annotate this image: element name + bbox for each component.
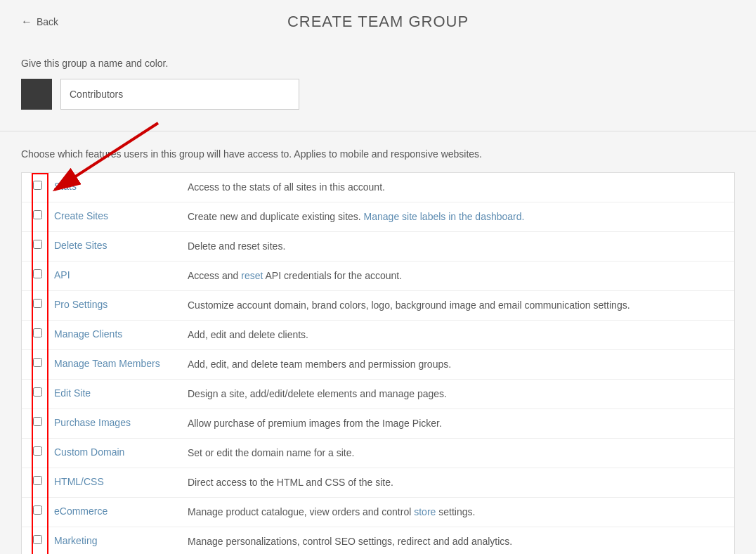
color-swatch[interactable] bbox=[21, 79, 52, 110]
ecommerce-checkbox-cell bbox=[33, 505, 54, 517]
custom-domain-checkbox[interactable] bbox=[33, 446, 42, 456]
manage-team-members-name: Manage Team Members bbox=[54, 357, 188, 369]
features-instruction: Choose which features users in this grou… bbox=[21, 148, 735, 160]
api-desc: Access and reset API credentials for the… bbox=[188, 269, 723, 283]
back-arrow-icon: ← bbox=[21, 15, 32, 28]
marketing-name: Marketing bbox=[54, 534, 188, 546]
purchase-images-checkbox[interactable] bbox=[33, 417, 42, 426]
html-css-checkbox-cell bbox=[33, 475, 54, 487]
pro-settings-checkbox[interactable] bbox=[33, 299, 42, 308]
html-css-name: HTML/CSS bbox=[54, 475, 188, 487]
feature-row: eCommerce Manage product catalogue, view… bbox=[22, 498, 734, 527]
delete-sites-checkbox[interactable] bbox=[33, 240, 42, 249]
purchase-images-checkbox-cell bbox=[33, 416, 54, 428]
feature-row: Custom Domain Set or edit the domain nam… bbox=[22, 439, 734, 468]
back-button[interactable]: ← Back bbox=[21, 15, 58, 28]
marketing-desc: Manage personalizations, control SEO set… bbox=[188, 534, 723, 549]
custom-domain-desc: Set or edit the domain name for a site. bbox=[188, 446, 723, 460]
manage-clients-name: Manage Clients bbox=[54, 328, 188, 340]
feature-row: Edit Site Design a site, add/edit/delete… bbox=[22, 380, 734, 409]
manage-clients-checkbox[interactable] bbox=[33, 328, 42, 337]
create-sites-desc: Create new and duplicate existing sites.… bbox=[188, 210, 723, 224]
pro-settings-desc: Customize account domain, brand colors, … bbox=[188, 298, 723, 313]
manage-team-members-desc: Add, edit, and delete team members and p… bbox=[188, 357, 723, 372]
ecommerce-desc: Manage product catalogue, view orders an… bbox=[188, 505, 723, 520]
feature-row: Delete Sites Delete and reset sites. bbox=[22, 232, 734, 262]
page-title: CREATE TEAM GROUP bbox=[287, 13, 469, 31]
manage-clients-desc: Add, edit and delete clients. bbox=[188, 328, 723, 342]
purchase-images-desc: Allow purchase of premium images from th… bbox=[188, 416, 723, 431]
create-sites-checkbox[interactable] bbox=[33, 210, 42, 219]
delete-sites-desc: Delete and reset sites. bbox=[188, 239, 723, 254]
manage-team-members-checkbox[interactable] bbox=[33, 358, 42, 367]
top-section: Give this group a name and color. bbox=[0, 44, 756, 131]
manage-clients-checkbox-cell bbox=[33, 328, 54, 340]
annotation-container: Stats Access to the stats of all sites i… bbox=[21, 172, 735, 554]
feature-row: Pro Settings Customize account domain, b… bbox=[22, 291, 734, 321]
custom-domain-checkbox-cell bbox=[33, 446, 54, 458]
features-table: Stats Access to the stats of all sites i… bbox=[21, 172, 735, 554]
pro-settings-name: Pro Settings bbox=[54, 298, 188, 310]
stats-name: Stats bbox=[54, 180, 188, 192]
marketing-checkbox-cell bbox=[33, 534, 54, 546]
ecommerce-checkbox[interactable] bbox=[33, 505, 42, 515]
back-label: Back bbox=[37, 16, 58, 27]
custom-domain-name: Custom Domain bbox=[54, 446, 188, 458]
edit-site-checkbox[interactable] bbox=[33, 387, 42, 397]
create-sites-checkbox-cell bbox=[33, 210, 54, 221]
stats-checkbox[interactable] bbox=[33, 181, 42, 190]
feature-row: Stats Access to the stats of all sites i… bbox=[22, 173, 734, 202]
edit-site-name: Edit Site bbox=[54, 387, 188, 399]
group-name-input[interactable] bbox=[60, 79, 299, 110]
feature-row: Purchase Images Allow purchase of premiu… bbox=[22, 409, 734, 439]
api-name: API bbox=[54, 269, 188, 281]
html-css-checkbox[interactable] bbox=[33, 476, 42, 485]
create-sites-name: Create Sites bbox=[54, 210, 188, 221]
stats-desc: Access to the stats of all sites in this… bbox=[188, 180, 723, 195]
edit-site-desc: Design a site, add/edit/delete elements … bbox=[188, 387, 723, 401]
feature-row: Manage Team Members Add, edit, and delet… bbox=[22, 350, 734, 380]
manage-team-members-checkbox-cell bbox=[33, 357, 54, 369]
page: ← Back CREATE TEAM GROUP Give this group… bbox=[0, 0, 756, 554]
stats-checkbox-cell bbox=[33, 180, 54, 192]
edit-site-checkbox-cell bbox=[33, 387, 54, 399]
feature-row: API Access and reset API credentials for… bbox=[22, 262, 734, 291]
feature-row: Create Sites Create new and duplicate ex… bbox=[22, 202, 734, 232]
html-css-desc: Direct access to the HTML and CSS of the… bbox=[188, 475, 723, 490]
bottom-section: Choose which features users in this grou… bbox=[0, 131, 756, 554]
api-checkbox[interactable] bbox=[33, 269, 42, 278]
color-name-row bbox=[21, 79, 735, 110]
feature-row: Manage Clients Add, edit and delete clie… bbox=[22, 321, 734, 350]
feature-row: HTML/CSS Direct access to the HTML and C… bbox=[22, 468, 734, 498]
api-checkbox-cell bbox=[33, 269, 54, 281]
ecommerce-name: eCommerce bbox=[54, 505, 188, 517]
purchase-images-name: Purchase Images bbox=[54, 416, 188, 428]
delete-sites-checkbox-cell bbox=[33, 239, 54, 251]
delete-sites-name: Delete Sites bbox=[54, 239, 188, 251]
feature-row: Marketing Manage personalizations, contr… bbox=[22, 527, 734, 554]
pro-settings-checkbox-cell bbox=[33, 298, 54, 310]
marketing-checkbox[interactable] bbox=[33, 535, 42, 544]
header: ← Back CREATE TEAM GROUP bbox=[0, 0, 756, 44]
color-name-instruction: Give this group a name and color. bbox=[21, 58, 735, 69]
